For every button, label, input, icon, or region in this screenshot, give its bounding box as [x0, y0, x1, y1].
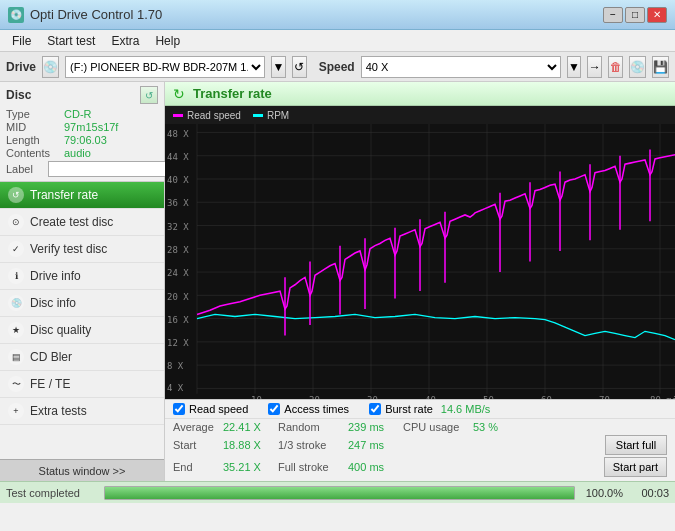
app-icon: 💿: [8, 7, 24, 23]
svg-text:80 min: 80 min: [650, 394, 675, 399]
nav-item-disc-info[interactable]: 💿 Disc info: [0, 290, 164, 317]
svg-text:8 X: 8 X: [167, 360, 184, 371]
nav-item-create-test-disc[interactable]: ⊙ Create test disc: [0, 209, 164, 236]
cpu-label: CPU usage: [403, 421, 473, 433]
disc-info-icon: 💿: [8, 295, 24, 311]
menubar: File Start test Extra Help: [0, 30, 675, 52]
maximize-button[interactable]: □: [625, 7, 645, 23]
disc-refresh-button[interactable]: ↺: [140, 86, 158, 104]
access-times-check-item: Access times: [268, 403, 349, 415]
start-full-button[interactable]: Start full: [605, 435, 667, 455]
extra-tests-icon: +: [8, 403, 24, 419]
legend-read-label: Read speed: [187, 110, 241, 121]
menu-start-test[interactable]: Start test: [39, 32, 103, 50]
chart-refresh-icon: ↻: [173, 86, 185, 102]
label-label: Label: [6, 163, 44, 175]
close-button[interactable]: ✕: [647, 7, 667, 23]
average-value: 22.41 X: [223, 421, 278, 433]
drive-refresh-icon[interactable]: ↺: [292, 56, 307, 78]
drive-arrow-icon[interactable]: ▼: [271, 56, 286, 78]
progress-bar: [105, 487, 574, 499]
nav-item-fe-te[interactable]: 〜 FE / TE: [0, 371, 164, 398]
contents-value: audio: [64, 147, 91, 159]
nav-item-drive-info[interactable]: ℹ Drive info: [0, 263, 164, 290]
legend-rpm-label: RPM: [267, 110, 289, 121]
left-panel: Disc ↺ Type CD-R MID 97m15s17f Length 79…: [0, 82, 165, 481]
speed-select[interactable]: 40 X: [361, 56, 561, 78]
disc-info-section: Disc ↺ Type CD-R MID 97m15s17f Length 79…: [0, 82, 164, 182]
burst-rate-check-label: Burst rate: [385, 403, 433, 415]
stats-row-end: End 35.21 X Full stroke 400 ms Start par…: [173, 457, 667, 477]
svg-text:70: 70: [599, 394, 610, 399]
svg-text:20: 20: [309, 394, 320, 399]
chart-legend: Read speed RPM: [165, 106, 675, 124]
speed-set-icon[interactable]: →: [587, 56, 602, 78]
stroke13-value: 247 ms: [348, 439, 403, 451]
stats-rows: Average 22.41 X Random 239 ms CPU usage …: [165, 419, 675, 481]
nav-item-transfer-rate[interactable]: ↺ Transfer rate: [0, 182, 164, 209]
transfer-rate-icon: ↺: [8, 187, 24, 203]
status-window-label: Status window >>: [39, 465, 126, 477]
svg-text:48 X: 48 X: [167, 127, 189, 138]
nav-item-disc-quality[interactable]: ★ Disc quality: [0, 317, 164, 344]
read-speed-color: [173, 114, 183, 117]
svg-text:16 X: 16 X: [167, 314, 189, 325]
mid-label: MID: [6, 121, 64, 133]
create-test-disc-icon: ⊙: [8, 214, 24, 230]
cd-bler-icon: ▤: [8, 349, 24, 365]
type-value: CD-R: [64, 108, 92, 120]
nav-item-verify-test-disc[interactable]: ✓ Verify test disc: [0, 236, 164, 263]
drive-icon: 💿: [42, 56, 59, 78]
burst-rate-value: 14.6 MB/s: [441, 403, 491, 415]
mid-value: 97m15s17f: [64, 121, 118, 133]
menu-help[interactable]: Help: [147, 32, 188, 50]
speed-arrow-icon[interactable]: ▼: [567, 56, 582, 78]
window-controls: − □ ✕: [603, 7, 667, 23]
svg-text:44 X: 44 X: [167, 151, 189, 162]
legend-rpm: RPM: [253, 110, 289, 121]
chart-header: ↻ Transfer rate: [165, 82, 675, 106]
nav-label-cd-bler: CD Bler: [30, 350, 72, 364]
right-panel: ↻ Transfer rate Read speed RPM: [165, 82, 675, 481]
progress-percent: 100.0%: [583, 487, 623, 499]
nav-label-drive-info: Drive info: [30, 269, 81, 283]
nav-item-cd-bler[interactable]: ▤ CD Bler: [0, 344, 164, 371]
statusbar: Test completed 100.0% 00:03: [0, 481, 675, 503]
stats-row-average: Average 22.41 X Random 239 ms CPU usage …: [173, 421, 667, 433]
read-speed-checkbox[interactable]: [173, 403, 185, 415]
speed-label: Speed: [319, 60, 355, 74]
drivebar: Drive 💿 (F:) PIONEER BD-RW BDR-207M 1.60…: [0, 52, 675, 82]
access-times-check-label: Access times: [284, 403, 349, 415]
save-icon[interactable]: 💾: [652, 56, 669, 78]
titlebar: 💿 Opti Drive Control 1.70 − □ ✕: [0, 0, 675, 30]
menu-extra[interactable]: Extra: [103, 32, 147, 50]
svg-text:60: 60: [541, 394, 552, 399]
status-window-button[interactable]: Status window >>: [0, 459, 164, 481]
progress-time: 00:03: [631, 487, 669, 499]
nav-label-disc-quality: Disc quality: [30, 323, 91, 337]
nav-label-verify-test-disc: Verify test disc: [30, 242, 107, 256]
full-stroke-label: Full stroke: [278, 461, 348, 473]
end-value: 35.21 X: [223, 461, 278, 473]
disc-section-title: Disc: [6, 88, 31, 102]
menu-file[interactable]: File: [4, 32, 39, 50]
disc-icon[interactable]: 💿: [629, 56, 646, 78]
svg-text:28 X: 28 X: [167, 244, 189, 255]
svg-text:32 X: 32 X: [167, 221, 189, 232]
chart-title: Transfer rate: [193, 86, 272, 101]
full-stroke-value: 400 ms: [348, 461, 403, 473]
drive-select[interactable]: (F:) PIONEER BD-RW BDR-207M 1.60: [65, 56, 265, 78]
erase-icon[interactable]: 🗑: [608, 56, 623, 78]
random-value: 239 ms: [348, 421, 403, 433]
label-input[interactable]: [48, 161, 177, 177]
rpm-color: [253, 114, 263, 117]
burst-rate-checkbox[interactable]: [369, 403, 381, 415]
access-times-checkbox[interactable]: [268, 403, 280, 415]
main-area: Disc ↺ Type CD-R MID 97m15s17f Length 79…: [0, 82, 675, 481]
start-part-button[interactable]: Start part: [604, 457, 667, 477]
nav-label-disc-info: Disc info: [30, 296, 76, 310]
nav-item-extra-tests[interactable]: + Extra tests: [0, 398, 164, 425]
stats-row-start: Start 18.88 X 1/3 stroke 247 ms Start fu…: [173, 435, 667, 455]
type-label: Type: [6, 108, 64, 120]
minimize-button[interactable]: −: [603, 7, 623, 23]
